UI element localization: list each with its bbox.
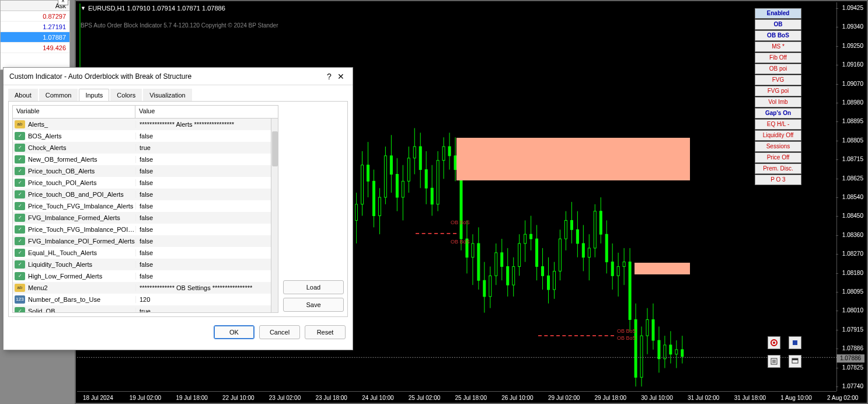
close-icon[interactable]: ✕ <box>335 72 347 81</box>
tab-colors[interactable]: Colors <box>110 89 142 101</box>
input-row[interactable]: 123Number_of_Bars_to_Use120 <box>13 294 271 305</box>
terminal-icon[interactable] <box>789 355 801 368</box>
price-tick-label: 1.07915 <box>841 326 864 333</box>
col-header-variable[interactable]: Variable <box>13 106 135 118</box>
input-variable-name: Alerts_ <box>27 121 135 128</box>
market-watch-row[interactable]: 1.27191 <box>1 22 69 32</box>
tab-visualization[interactable]: Visualization <box>143 89 192 101</box>
panel-button[interactable]: OB <box>755 19 801 30</box>
input-variable-value[interactable]: false <box>135 203 271 210</box>
input-variable-value[interactable]: false <box>135 273 271 280</box>
input-row[interactable]: ✓FVG_Imbalance_POI_Formed_Alertsfalse <box>13 235 271 247</box>
input-row[interactable]: ✓Equal_HL_Touch_Alertsfalse <box>13 247 271 259</box>
input-variable-value[interactable]: false <box>135 238 271 245</box>
input-row[interactable]: ✓Solid_OBtrue <box>13 305 271 312</box>
market-watch-row[interactable]: 1.07887 <box>1 32 69 43</box>
inputs-grid-body[interactable]: abAlerts_************** Alerts *********… <box>13 119 271 312</box>
input-variable-value[interactable]: false <box>135 214 271 221</box>
list-icon[interactable] <box>768 355 780 368</box>
svg-rect-27 <box>407 158 410 182</box>
svg-rect-97 <box>611 262 613 276</box>
reset-button[interactable]: Reset <box>305 325 346 339</box>
record-icon[interactable] <box>768 336 780 349</box>
svg-rect-99 <box>617 267 619 276</box>
input-row[interactable]: ✓New_OB_formed_Alertsfalse <box>13 154 271 165</box>
input-variable-value[interactable]: false <box>135 179 271 186</box>
scroll-thumb[interactable] <box>272 131 278 166</box>
input-row[interactable]: ✓BOS_Alertsfalse <box>13 130 271 142</box>
panel-button[interactable]: Fib Off <box>755 53 801 63</box>
panel-button[interactable]: OB poi <box>755 64 801 74</box>
market-watch-panel: × Ask 0.872971.271911.07887149.426 <box>0 0 70 70</box>
input-row[interactable]: abMenu2************** OB Settings ******… <box>13 282 271 294</box>
input-variable-value[interactable]: false <box>135 133 271 140</box>
bool-icon: ✓ <box>15 272 25 280</box>
ok-button[interactable]: OK <box>214 325 255 339</box>
svg-point-124 <box>773 342 775 344</box>
market-watch-row[interactable]: 149.426 <box>1 43 69 53</box>
inputs-grid[interactable]: Variable Value abAlerts_************** A… <box>12 105 278 313</box>
svg-rect-131 <box>792 358 798 360</box>
panel-button[interactable]: Enabled <box>755 8 801 19</box>
svg-rect-113 <box>658 340 660 359</box>
input-variable-name: Price_Touch_FVG_Imbalance_Alerts <box>27 203 135 210</box>
input-variable-value[interactable]: false <box>135 261 271 268</box>
input-row[interactable]: abAlerts_************** Alerts *********… <box>13 119 271 130</box>
svg-rect-109 <box>646 319 649 336</box>
price-tick-label: 1.08625 <box>841 175 864 182</box>
input-variable-value[interactable]: ************** Alerts **************** <box>135 121 271 128</box>
panel-button[interactable]: Price Off <box>755 152 801 163</box>
input-row[interactable]: ✓Price_Touch_FVG_Imbalance_Alertsfalse <box>13 200 271 212</box>
input-variable-value[interactable]: true <box>135 308 271 312</box>
bool-icon: ✓ <box>15 225 25 234</box>
input-variable-value[interactable]: false <box>135 168 271 175</box>
number-icon: 123 <box>15 295 25 304</box>
svg-rect-19 <box>384 156 386 197</box>
input-variable-value[interactable]: false <box>135 226 271 233</box>
price-tick-label: 1.08980 <box>841 99 864 106</box>
panel-button[interactable]: Sessions <box>755 141 801 152</box>
panel-button[interactable]: P O 3 <box>755 175 801 185</box>
svg-rect-71 <box>536 239 538 266</box>
input-row[interactable]: ✓Price_touch_OB_and_POI_Alertsfalse <box>13 189 271 200</box>
tab-inputs[interactable]: Inputs <box>79 89 109 101</box>
market-watch-close-icon[interactable]: × <box>58 0 68 5</box>
panel-button[interactable]: Gap's On <box>755 108 801 119</box>
panel-button[interactable]: OB BoS <box>755 30 801 41</box>
panel-button[interactable]: MS * <box>755 41 801 52</box>
panel-button[interactable]: Prem. Disc. <box>755 163 801 174</box>
help-icon[interactable]: ? <box>323 72 335 81</box>
tab-about[interactable]: About <box>8 89 38 101</box>
input-variable-value[interactable]: true <box>135 144 271 151</box>
panel-button[interactable]: EQ H/L - <box>755 119 801 130</box>
input-variable-value[interactable]: 120 <box>135 296 271 303</box>
svg-rect-29 <box>413 147 416 158</box>
input-variable-value[interactable]: ************** OB Settings *************… <box>135 284 271 291</box>
input-row[interactable]: ✓FVG_Imbalance_Formed_Alertsfalse <box>13 212 271 224</box>
input-variable-value[interactable]: false <box>135 249 271 256</box>
market-watch-row[interactable]: 0.87297 <box>1 11 69 22</box>
input-row[interactable]: ✓Liquidity_Touch_Alertsfalse <box>13 259 271 270</box>
bool-icon: ✓ <box>15 132 25 140</box>
panel-button[interactable]: FVG <box>755 75 801 85</box>
panel-button[interactable]: Vol Imb <box>755 97 801 107</box>
time-tick-label: 25 Jul 18:00 <box>455 395 487 401</box>
input-variable-value[interactable]: false <box>135 156 271 163</box>
save-button[interactable]: Save <box>283 298 344 312</box>
tab-common[interactable]: Common <box>39 89 78 101</box>
input-row[interactable]: ✓Price_touch_OB_Alertsfalse <box>13 165 271 177</box>
time-tick-label: 2 Aug 02:00 <box>827 395 858 401</box>
col-header-value[interactable]: Value <box>135 106 278 118</box>
cancel-button[interactable]: Cancel <box>259 325 300 339</box>
input-row[interactable]: ✓Price_Touch_FVG_Imbalance_POI_Al...fals… <box>13 224 271 235</box>
input-row[interactable]: ✓High_Low_Formed_Alertsfalse <box>13 270 271 282</box>
panel-button[interactable]: FVG poi <box>755 86 801 96</box>
grid-scrollbar[interactable] <box>271 119 278 312</box>
input-variable-value[interactable]: false <box>135 191 271 198</box>
panel-button[interactable]: Liquidity Off <box>755 130 801 141</box>
input-variable-name: Price_touch_OB_and_POI_Alerts <box>27 191 135 198</box>
load-button[interactable]: Load <box>283 280 344 294</box>
stop-icon[interactable] <box>789 336 801 349</box>
input-row[interactable]: ✓Chock_Alertstrue <box>13 142 271 154</box>
input-row[interactable]: ✓Price_touch_POI_Alertsfalse <box>13 177 271 189</box>
